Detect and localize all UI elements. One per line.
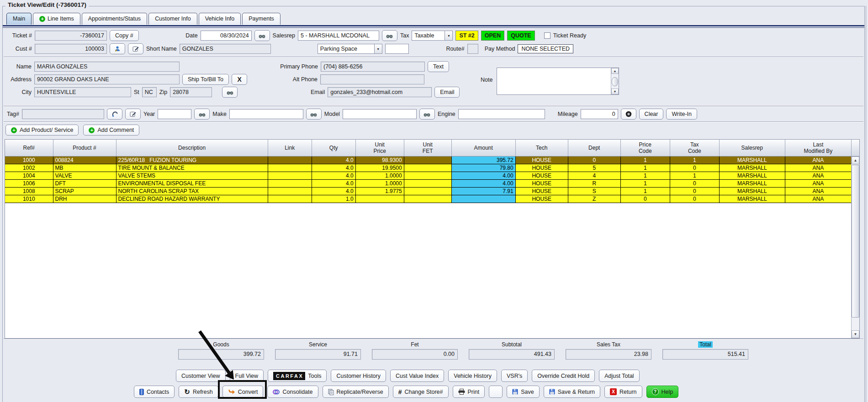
date-lookup-button[interactable] [254,30,270,41]
table-vertical-scrollbar[interactable]: ▲ ▼ [851,157,859,338]
cell-salesrep[interactable]: MARSHALL [719,195,785,203]
text-button[interactable]: Text [428,61,449,72]
cell-last_mod[interactable]: ANA [785,164,851,172]
cell-product[interactable]: DFT [53,179,116,187]
make-input[interactable] [229,109,303,119]
cell-unit_price[interactable]: 19.9500 [355,164,404,172]
cell-link[interactable] [268,187,312,195]
cell-product[interactable]: DRH [53,195,116,203]
cell-tech[interactable]: HOUSE [515,195,568,203]
cell-ref[interactable]: 1006 [5,179,53,187]
tab-vehicle-info[interactable]: Vehicle Info [199,13,241,25]
salesrep-lookup-button[interactable] [382,30,397,41]
cell-desc[interactable]: 225/60R18 FUZION TOURING [116,156,268,164]
copy-number-button[interactable]: Copy # [110,30,139,41]
return-button[interactable]: X Return [604,386,642,398]
cell-amount[interactable] [451,195,515,203]
salesrep-input[interactable]: 5 - MARSHALL MCDONAL [298,31,379,41]
clear-ship-to-button[interactable]: X [232,74,247,85]
replicate-reverse-button[interactable]: Replicate/Reverse [323,386,389,398]
cell-salesrep[interactable]: MARSHALL [719,172,785,179]
cell-qty[interactable]: 4.0 [312,156,355,164]
cell-unit_fet[interactable] [404,156,451,164]
add-product-service-button[interactable]: + Add Product/ Service [5,125,79,136]
cell-last_mod[interactable]: ANA [785,156,851,164]
cust-value-index-button[interactable]: Cust Value Index [390,370,444,382]
cell-salesrep[interactable]: MARSHALL [719,187,785,195]
scroll-down-icon[interactable]: ▼ [611,89,619,94]
cell-unit_price[interactable]: 98.9300 [355,156,404,164]
cell-link[interactable] [268,156,312,164]
cell-tech[interactable]: HOUSE [515,156,568,164]
cell-price_code[interactable]: 1 [620,172,670,179]
cell-last_mod[interactable]: ANA [785,179,851,187]
model-lookup-button[interactable] [419,109,435,120]
scroll-down-icon[interactable]: ▼ [852,330,859,338]
tab-customer-info[interactable]: Customer Info [148,13,197,25]
parking-space-select[interactable]: Parking Space ▼ [318,44,382,54]
cell-last_mod[interactable]: ANA [785,195,851,203]
line-item-row[interactable]: 1010DRHDECLINED ROAD HAZARD WARRANTY1.0H… [5,195,852,203]
save-button[interactable]: Save [507,386,540,398]
cell-desc[interactable]: TIRE MOUNT & BALANCE [116,164,268,172]
adjust-total-button[interactable]: Adjust Total [599,370,639,382]
cell-price_code[interactable]: 1 [620,164,670,172]
contacts-button[interactable]: Contacts [134,386,175,398]
note-scrollbar[interactable]: ▲ ▼ [611,68,619,94]
cell-tax_code[interactable]: 0 [670,179,719,187]
engine-input[interactable] [458,109,545,119]
ticket-ready-checkbox[interactable] [544,32,550,39]
cell-desc[interactable]: NORTH CAROLINA SCRAP TAX [116,187,268,195]
cell-dept[interactable]: 0 [568,156,620,164]
cell-desc[interactable]: DECLINED ROAD HAZARD WARRANTY [116,195,268,203]
cell-dept[interactable]: 5 [568,164,620,172]
line-item-row[interactable]: 1004VALVEVALVE STEMS4.01.00004.00HOUSE41… [5,172,852,179]
tab-payments[interactable]: Payments [242,13,281,25]
cell-qty[interactable]: 4.0 [312,172,355,179]
scroll-thumb[interactable] [852,165,859,318]
cell-unit_price[interactable]: 1.0000 [355,172,404,179]
note-textarea[interactable]: ▲ ▼ [497,68,619,95]
year-input[interactable] [158,109,191,119]
email-button[interactable]: Email [434,87,460,98]
tag-lookup-button[interactable] [107,109,122,120]
cell-qty[interactable]: 4.0 [312,179,355,187]
cell-tax_code[interactable]: 0 [670,195,719,203]
blank-button[interactable] [489,386,503,398]
cell-unit_fet[interactable] [404,172,451,179]
edit-vehicle-button[interactable] [125,109,141,120]
tab-appointments-status[interactable]: Appointments/Status [82,13,147,25]
cell-qty[interactable]: 4.0 [312,164,355,172]
full-view-button[interactable]: Full View [230,370,264,382]
add-comment-button[interactable]: + Add Comment [83,125,139,136]
line-item-row[interactable]: 1002MBTIRE MOUNT & BALANCE4.019.950079.8… [5,164,852,172]
cell-unit_price[interactable] [355,195,404,203]
line-item-row[interactable]: 1006DFTENVIRONMENTAL DISPOSAL FEE4.01.00… [5,179,852,187]
cell-tax_code[interactable]: 1 [670,156,719,164]
cell-qty[interactable]: 4.0 [312,187,355,195]
vsrs-button[interactable]: VSR's [501,370,528,382]
cell-unit_fet[interactable] [404,164,451,172]
mileage-input[interactable]: 0 [581,109,618,119]
clear-vehicle-button[interactable]: Clear [639,109,664,120]
scroll-up-icon[interactable]: ▲ [852,157,859,164]
cell-price_code[interactable]: 0 [620,195,670,203]
cell-price_code[interactable]: 1 [620,187,670,195]
cell-salesrep[interactable]: MARSHALL [719,179,785,187]
cell-product[interactable]: SCRAP [53,187,116,195]
cell-salesrep[interactable]: MARSHALL [719,156,785,164]
line-item-row-selected[interactable]: 1000008824225/60R18 FUZION TOURING4.098.… [5,156,852,164]
cell-ref[interactable]: 1004 [5,172,53,179]
cell-amount[interactable]: 395.72 [451,156,515,164]
edit-customer-button[interactable] [128,43,143,54]
cell-product[interactable]: 008824 [53,156,116,164]
model-input[interactable] [343,109,417,119]
print-button[interactable]: Print [453,386,485,398]
make-lookup-button[interactable] [306,109,322,120]
date-input[interactable]: 08/30/2024 [201,31,252,41]
scroll-thumb[interactable] [612,77,618,86]
line-item-row[interactable]: 1008SCRAPNORTH CAROLINA SCRAP TAX4.01.97… [5,187,852,195]
cell-tech[interactable]: HOUSE [515,179,568,187]
cell-dept[interactable]: R [568,179,620,187]
cell-amount[interactable]: 79.80 [451,164,515,172]
